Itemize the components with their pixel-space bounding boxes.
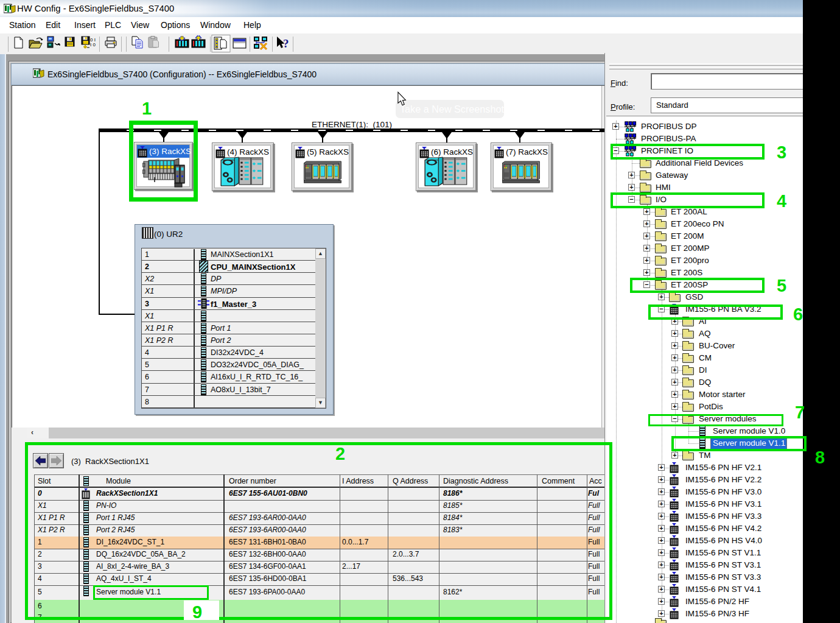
svg-text:?: ?: [283, 37, 289, 50]
svg-text:I 0: I 0: [90, 42, 96, 48]
